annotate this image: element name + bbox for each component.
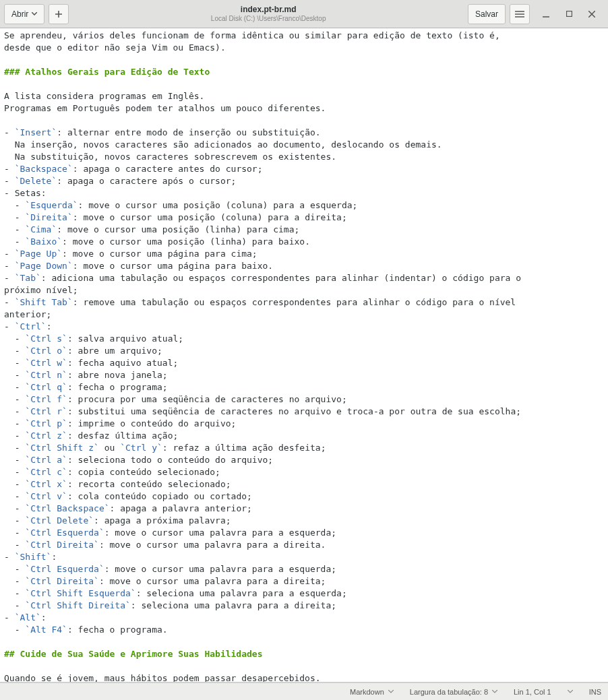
- minimize-button[interactable]: [539, 7, 553, 21]
- editor-area[interactable]: Se aprendeu, vários deles funcionam de f…: [0, 28, 608, 682]
- tab-width-selector[interactable]: Largura da tabulação: 8: [410, 688, 497, 696]
- chevron-down-icon: [568, 690, 573, 693]
- chevron-down-icon: [32, 12, 37, 15]
- open-button[interactable]: Abrir: [4, 4, 44, 24]
- save-button[interactable]: Salvar: [468, 4, 506, 24]
- title-center: index.pt-br.md Local Disk (C:) \Users\Fr…: [73, 5, 464, 22]
- statusbar: Markdown Largura da tabulação: 8 Lin 1, …: [0, 682, 608, 700]
- minimize-icon: [543, 11, 549, 18]
- file-path: Local Disk (C:) \Users\Franco\Desktop: [73, 15, 464, 23]
- save-label: Salvar: [475, 9, 498, 19]
- heading: ### Atalhos Gerais para Edição de Texto: [4, 67, 210, 77]
- file-name: index.pt-br.md: [73, 5, 464, 15]
- chevron-down-icon: [492, 690, 497, 693]
- close-icon: [588, 11, 595, 18]
- insert-mode[interactable]: INS: [589, 688, 601, 696]
- chevron-down-icon: [388, 690, 394, 693]
- heading: ## Cuide de Sua Saúde e Aprimore Suas Ha…: [4, 649, 263, 659]
- maximize-icon: [566, 11, 572, 17]
- new-tab-button[interactable]: [49, 4, 69, 24]
- menu-button[interactable]: [510, 4, 530, 24]
- window-controls: [539, 7, 599, 21]
- close-button[interactable]: [585, 7, 599, 21]
- open-label: Abrir: [11, 9, 28, 19]
- language-selector[interactable]: Markdown: [350, 688, 394, 696]
- plus-icon: [55, 10, 63, 18]
- hamburger-icon: [515, 11, 524, 18]
- cursor-position[interactable]: Lin 1, Col 1: [514, 688, 573, 696]
- titlebar: Abrir index.pt-br.md Local Disk (C:) \Us…: [0, 0, 608, 28]
- maximize-button[interactable]: [562, 7, 576, 21]
- svg-rect-0: [566, 11, 572, 17]
